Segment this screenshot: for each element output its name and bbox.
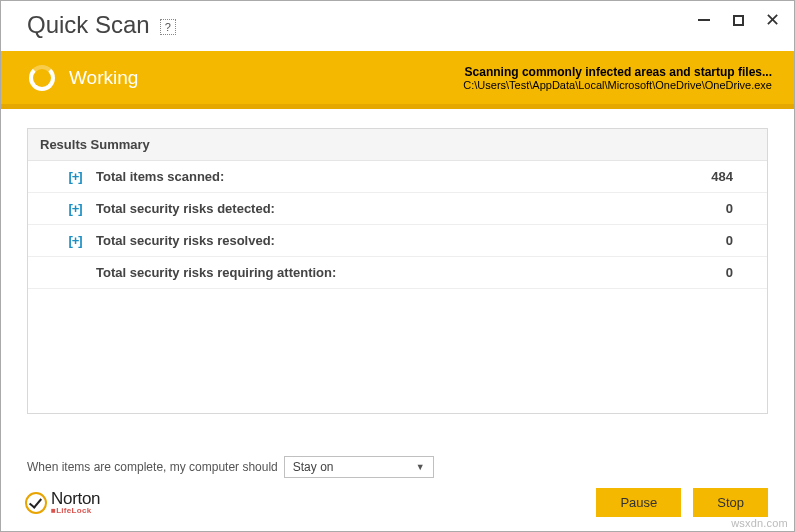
- status-left: Working: [29, 65, 138, 91]
- watermark: wsxdn.com: [731, 517, 788, 529]
- result-label: Total security risks requiring attention…: [96, 265, 726, 280]
- titlebar: Quick Scan ? ✕: [1, 1, 794, 51]
- results-header: Results Summary: [28, 129, 767, 161]
- titlebar-left: Quick Scan ?: [27, 11, 176, 39]
- content-area: Results Summary [+] Total items scanned:…: [1, 104, 794, 442]
- checkmark-icon: [25, 492, 47, 514]
- status-state: Working: [69, 67, 138, 89]
- app-window: Quick Scan ? ✕ Working Scanning commonly…: [0, 0, 795, 532]
- close-button[interactable]: ✕: [764, 12, 780, 28]
- status-right: Scanning commonly infected areas and sta…: [463, 65, 772, 91]
- window-controls: ✕: [696, 12, 780, 28]
- window-title: Quick Scan: [27, 11, 150, 39]
- brand-text: Norton ■LifeLock: [51, 490, 100, 515]
- postscan-selected: Stay on: [293, 460, 334, 474]
- spinner-icon: [29, 65, 55, 91]
- expand-icon[interactable]: [+]: [60, 201, 90, 216]
- postscan-label: When items are complete, my computer sho…: [27, 460, 278, 474]
- pause-button[interactable]: Pause: [596, 488, 681, 517]
- result-label: Total items scanned:: [96, 169, 711, 184]
- result-row: [+] Total security risks detected: 0: [28, 193, 767, 225]
- bottom-bar: Norton ■LifeLock Pause Stop: [1, 478, 794, 531]
- result-row: [+] Total security risks resolved: 0: [28, 225, 767, 257]
- postscan-select[interactable]: Stay on ▼: [284, 456, 434, 478]
- result-row: Total security risks requiring attention…: [28, 257, 767, 289]
- expand-icon[interactable]: [+]: [60, 233, 90, 248]
- expand-icon[interactable]: [+]: [60, 169, 90, 184]
- postscan-option: When items are complete, my computer sho…: [1, 442, 794, 478]
- result-value: 0: [726, 201, 755, 216]
- brand-sub: ■LifeLock: [51, 507, 100, 515]
- results-panel: Results Summary [+] Total items scanned:…: [27, 128, 768, 414]
- maximize-button[interactable]: [730, 12, 746, 28]
- result-label: Total security risks detected:: [96, 201, 726, 216]
- result-value: 0: [726, 233, 755, 248]
- stop-button[interactable]: Stop: [693, 488, 768, 517]
- result-row: [+] Total items scanned: 484: [28, 161, 767, 193]
- status-headline: Scanning commonly infected areas and sta…: [463, 65, 772, 79]
- brand-logo: Norton ■LifeLock: [25, 490, 100, 515]
- result-value: 484: [711, 169, 755, 184]
- status-bar: Working Scanning commonly infected areas…: [1, 51, 794, 104]
- status-path: C:\Users\Test\AppData\Local\Microsoft\On…: [463, 79, 772, 91]
- chevron-down-icon: ▼: [416, 462, 425, 472]
- result-value: 0: [726, 265, 755, 280]
- help-button[interactable]: ?: [160, 19, 176, 35]
- action-buttons: Pause Stop: [596, 488, 768, 517]
- brand-name: Norton: [51, 490, 100, 507]
- result-label: Total security risks resolved:: [96, 233, 726, 248]
- minimize-button[interactable]: [696, 12, 712, 28]
